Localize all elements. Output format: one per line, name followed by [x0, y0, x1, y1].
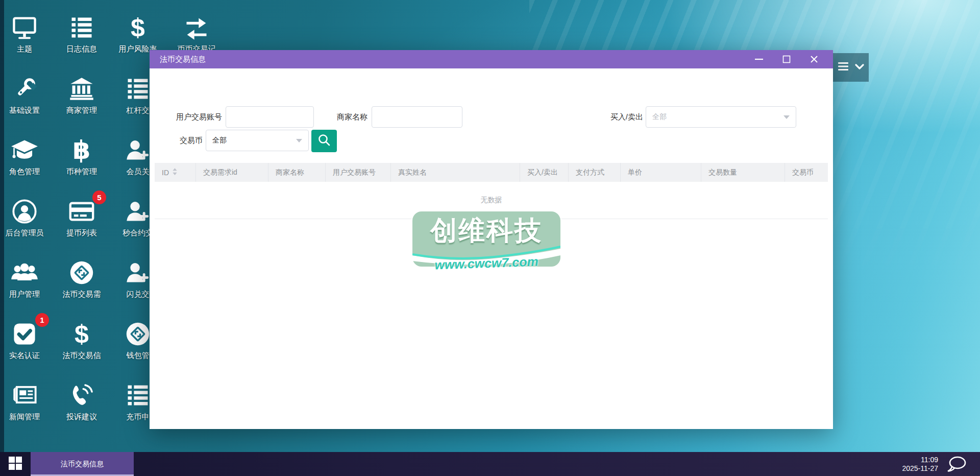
table-column-label: ID — [162, 169, 169, 177]
sort-caret-icon[interactable] — [172, 168, 178, 177]
trades-table: ID交易需求id商家名称用户交易账号真实姓名买入/卖出支付方式单价交易数量交易币… — [155, 163, 828, 219]
notification-badge: 1 — [35, 313, 49, 327]
desktop-wallpaper: 主题日志信息$用户风险率币币交易记基础设置商家管理杠杆交角色管理฿币种管理会员关… — [0, 0, 980, 476]
buy-sell-select[interactable]: 全部 — [646, 106, 796, 128]
table-column-header[interactable]: 交易币 — [785, 163, 828, 182]
merchant-name-input[interactable] — [372, 106, 462, 128]
taskbar-clock[interactable]: 11:09 2025-11-27 — [902, 456, 938, 473]
table-column-label: 真实姓名 — [398, 168, 427, 177]
start-button[interactable] — [0, 452, 31, 476]
table-column-label: 买入/卖出 — [527, 168, 558, 177]
table-column-label: 交易数量 — [708, 168, 737, 177]
window-title: 法币交易信息 — [160, 55, 206, 64]
taskbar-tray: 11:09 2025-11-27 — [902, 456, 980, 473]
exchange-arrows-icon — [163, 12, 230, 41]
notification-badge: 5 — [92, 191, 106, 204]
clock-date: 2025-11-27 — [902, 464, 938, 473]
trade-coin-select[interactable]: 全部 — [206, 130, 309, 151]
window-body: 用户交易账号 商家名称 买入/卖出 全部 交易币 全部 ID交易需求id商家名称… — [150, 68, 833, 429]
maximize-button[interactable] — [773, 50, 800, 68]
table-column-label: 支付方式 — [576, 168, 604, 177]
trade-coin-select-value: 全部 — [212, 136, 227, 145]
hamburger-icon — [838, 62, 848, 73]
table-column-header[interactable]: 支付方式 — [569, 163, 621, 182]
merchant-name-label: 商家名称 — [318, 106, 368, 128]
empty-text: 无数据 — [481, 196, 502, 205]
window-titlebar[interactable]: 法币交易信息 — [150, 50, 833, 68]
table-column-label: 交易币 — [792, 168, 814, 177]
dropdown-caret-icon — [296, 139, 302, 146]
table-column-header[interactable]: 用户交易账号 — [326, 163, 391, 182]
buy-sell-select-value: 全部 — [652, 112, 667, 122]
user-trade-account-input[interactable] — [226, 106, 314, 128]
user-trade-account-label: 用户交易账号 — [157, 106, 222, 128]
desktop-icon[interactable]: $用户风险率 — [105, 12, 171, 54]
taskbar-active-task[interactable]: 法币交易信息 — [31, 452, 134, 476]
search-icon — [317, 133, 331, 149]
table-column-header[interactable]: 交易数量 — [701, 163, 785, 182]
table-column-header[interactable]: 买入/卖出 — [520, 163, 569, 182]
table-column-label: 交易需求id — [203, 168, 237, 177]
search-button[interactable] — [311, 130, 337, 152]
windows-logo-icon — [9, 457, 22, 472]
table-column-label: 商家名称 — [276, 168, 304, 177]
table-column-header[interactable]: 真实姓名 — [391, 163, 520, 182]
table-column-header[interactable]: 商家名称 — [268, 163, 326, 182]
chevron-down-icon — [855, 63, 864, 72]
chat-bubble-icon[interactable] — [946, 456, 967, 473]
buy-sell-label: 买入/卖出 — [589, 106, 643, 128]
minimize-button[interactable] — [745, 50, 773, 68]
table-column-header[interactable]: ID — [155, 163, 196, 182]
floating-menu-button[interactable] — [833, 53, 869, 82]
fiat-trade-info-window: 法币交易信息 用户交易账号 商家名称 买入/卖出 全部 交易币 全部 — [150, 50, 833, 429]
window-controls — [745, 50, 828, 68]
table-column-header[interactable]: 交易需求id — [196, 163, 268, 182]
trade-coin-label: 交易币 — [157, 130, 203, 151]
taskbar: 法币交易信息 11:09 2025-11-27 — [0, 452, 980, 476]
clock-time: 11:09 — [902, 456, 938, 464]
dropdown-caret-icon — [783, 115, 790, 122]
table-column-label: 单价 — [628, 168, 642, 177]
table-empty-row: 无数据 — [155, 182, 828, 219]
taskbar-task-label: 法币交易信息 — [61, 460, 104, 469]
table-column-label: 用户交易账号 — [333, 168, 376, 177]
desktop-icon[interactable]: 币币交易记 — [163, 12, 230, 54]
dollar-icon: $ — [105, 12, 171, 41]
table-column-header[interactable]: 单价 — [621, 163, 701, 182]
table-header-row: ID交易需求id商家名称用户交易账号真实姓名买入/卖出支付方式单价交易数量交易币 — [155, 163, 828, 182]
close-button[interactable] — [800, 50, 828, 68]
